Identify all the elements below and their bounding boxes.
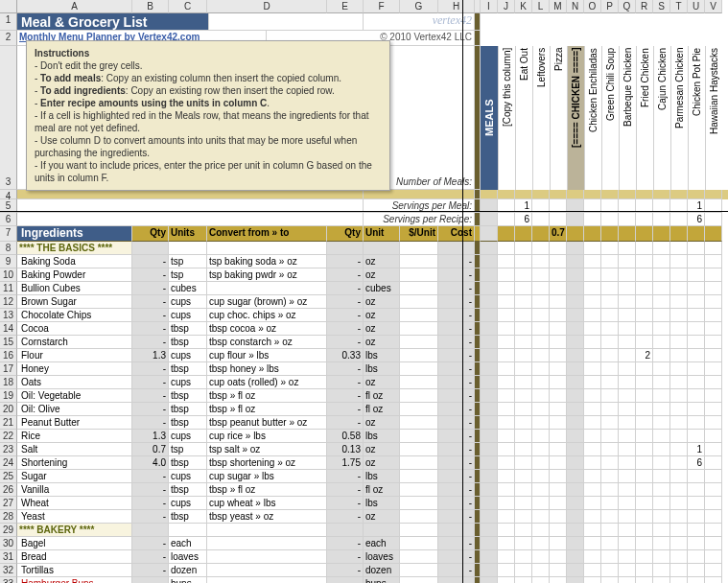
ingredient-price[interactable] [400, 564, 438, 577]
recipe-cell[interactable] [515, 497, 532, 510]
ingredient-units[interactable]: tbsp [169, 483, 207, 497]
recipe-cell[interactable] [619, 564, 636, 577]
recipe-cell[interactable] [515, 389, 532, 403]
ingredient-name[interactable]: Tortillas [17, 564, 132, 577]
recipe-cell[interactable] [653, 309, 670, 322]
recipe-cell[interactable] [584, 497, 601, 510]
ingredient-name[interactable]: Bagel [17, 537, 132, 550]
ingredient-name[interactable]: Rice [17, 430, 132, 443]
recipe-cell[interactable] [567, 336, 584, 349]
recipe-cell[interactable] [653, 430, 670, 443]
recipe-cell[interactable]: 1 [688, 443, 705, 456]
recipe-cell[interactable] [653, 322, 670, 336]
recipe-cell[interactable] [705, 349, 722, 362]
meal-column-header[interactable]: Pizza [550, 46, 567, 190]
recipe-cell[interactable] [636, 295, 653, 309]
recipe-cell[interactable] [636, 497, 653, 510]
meal-row6-cell[interactable] [636, 213, 653, 226]
recipe-cell[interactable] [532, 524, 550, 537]
recipe-cell[interactable] [636, 255, 653, 268]
recipe-cell[interactable] [670, 470, 688, 483]
ingredient-convert[interactable]: cup sugar » lbs [207, 470, 327, 483]
recipe-cell[interactable] [705, 376, 722, 389]
recipe-cell[interactable] [619, 389, 636, 403]
recipe-cell[interactable] [498, 349, 515, 362]
recipe-cell[interactable] [601, 362, 619, 376]
ingredient-price[interactable] [400, 524, 438, 537]
recipe-cell[interactable] [498, 268, 515, 282]
recipe-cell[interactable] [515, 510, 532, 524]
ingredient-name[interactable]: Oil: Olive [17, 403, 132, 416]
recipe-cell[interactable] [584, 255, 601, 268]
ingredient-convert[interactable]: tbsp cocoa » oz [207, 322, 327, 336]
recipe-cell[interactable] [532, 416, 550, 430]
recipe-cell[interactable] [636, 389, 653, 403]
recipe-cell[interactable] [601, 470, 619, 483]
recipe-cell[interactable] [619, 456, 636, 470]
recipe-cell[interactable] [532, 282, 550, 295]
recipe-cell[interactable] [619, 376, 636, 389]
recipe-cell[interactable] [532, 255, 550, 268]
ingredient-convert[interactable]: tsp baking soda » oz [207, 255, 327, 268]
recipe-cell[interactable] [619, 336, 636, 349]
recipe-cell[interactable] [601, 389, 619, 403]
recipe-cell[interactable] [550, 497, 567, 510]
ingredient-units[interactable]: cups [169, 430, 207, 443]
recipe-cell[interactable] [601, 510, 619, 524]
recipe-cell[interactable] [636, 510, 653, 524]
ingredient-price[interactable] [400, 497, 438, 510]
ingredient-units[interactable]: tbsp [169, 416, 207, 430]
recipe-cell[interactable] [515, 336, 532, 349]
recipe-cell[interactable] [584, 349, 601, 362]
recipe-cell[interactable] [670, 336, 688, 349]
recipe-cell[interactable] [688, 416, 705, 430]
recipe-cell[interactable] [688, 430, 705, 443]
recipe-cell[interactable] [515, 537, 532, 550]
recipe-cell[interactable] [688, 242, 705, 255]
recipe-cell[interactable] [670, 242, 688, 255]
ingredient-units[interactable]: buns [169, 577, 207, 583]
recipe-cell[interactable] [550, 550, 567, 564]
recipe-cell[interactable] [584, 403, 601, 416]
select-all-corner[interactable] [0, 0, 17, 13]
ingredient-convert[interactable]: tsp baking pwdr » oz [207, 268, 327, 282]
recipe-cell[interactable] [705, 430, 722, 443]
recipe-cell[interactable] [515, 550, 532, 564]
ingredient-units[interactable]: tbsp [169, 510, 207, 524]
recipe-cell[interactable] [550, 349, 567, 362]
meal-column-header[interactable]: Chicken Enchiladas [584, 46, 601, 190]
recipe-cell[interactable] [636, 282, 653, 295]
recipe-cell[interactable] [670, 376, 688, 389]
recipe-cell[interactable] [567, 577, 584, 583]
recipe-cell[interactable] [670, 362, 688, 376]
recipe-cell[interactable] [498, 295, 515, 309]
recipe-cell[interactable] [584, 430, 601, 443]
recipe-cell[interactable] [550, 255, 567, 268]
meal-column-header[interactable]: [Copy this column] [498, 46, 515, 190]
recipe-cell[interactable] [550, 336, 567, 349]
recipe-cell[interactable] [567, 376, 584, 389]
recipe-cell[interactable] [636, 376, 653, 389]
recipe-cell[interactable] [532, 336, 550, 349]
recipe-cell[interactable] [653, 362, 670, 376]
recipe-cell[interactable] [567, 268, 584, 282]
recipe-cell[interactable] [688, 524, 705, 537]
meal-row6-cell[interactable] [584, 213, 601, 226]
recipe-cell[interactable] [619, 577, 636, 583]
ingredient-price[interactable] [400, 470, 438, 483]
ingredient-price[interactable] [400, 349, 438, 362]
recipe-cell[interactable]: 6 [688, 456, 705, 470]
meal-column-header[interactable]: Green Chili Soup [601, 46, 619, 190]
recipe-cell[interactable] [705, 295, 722, 309]
recipe-cell[interactable] [567, 389, 584, 403]
recipe-cell[interactable] [498, 336, 515, 349]
recipe-cell[interactable] [532, 268, 550, 282]
ingredient-units[interactable]: cups [169, 497, 207, 510]
ingredient-units[interactable]: cups [169, 309, 207, 322]
recipe-cell[interactable] [567, 470, 584, 483]
meal-column-header[interactable]: Eat Out [515, 46, 532, 190]
ingredient-convert[interactable]: tbsp honey » lbs [207, 362, 327, 376]
recipe-cell[interactable] [601, 564, 619, 577]
ingredient-name[interactable]: Hamburger Buns [17, 577, 132, 583]
recipe-cell[interactable] [601, 255, 619, 268]
